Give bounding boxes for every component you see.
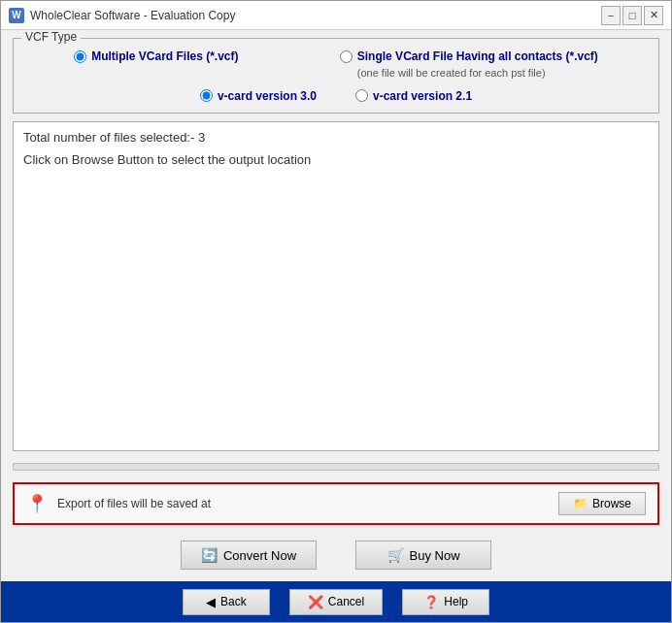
browse-button[interactable]: 📁 Browse — [558, 492, 646, 515]
title-bar: W WholeClear Software - Evaluation Copy … — [1, 1, 671, 30]
cancel-button[interactable]: ❌ Cancel — [289, 589, 383, 615]
option-multiple-vcf[interactable]: Multiple VCard Files (*.vcf) — [74, 49, 238, 65]
convert-button-label: Convert Now — [223, 548, 296, 563]
info-line-2: Click on Browse Button to select the out… — [23, 152, 649, 167]
help-button[interactable]: ❓ Help — [402, 589, 489, 615]
action-row: 🔄 Convert Now 🛒 Buy Now — [13, 541, 659, 570]
option-vcard30[interactable]: v-card version 3.0 — [200, 89, 317, 103]
radio-vcard21[interactable] — [355, 89, 368, 102]
radio-single-vcf[interactable] — [340, 50, 353, 63]
convert-now-button[interactable]: 🔄 Convert Now — [181, 541, 317, 570]
cart-icon: 🛒 — [387, 547, 404, 563]
minimize-button[interactable]: − — [601, 6, 621, 25]
option-vcard21[interactable]: v-card version 2.1 — [355, 89, 472, 103]
buy-button-label: Buy Now — [410, 548, 460, 563]
version-row: v-card version 3.0 v-card version 2.1 — [23, 89, 649, 103]
main-window: W WholeClear Software - Evaluation Copy … — [0, 0, 672, 623]
vcf-type-section: VCF Type Multiple VCard Files (*.vcf) Si… — [13, 38, 659, 114]
main-content: VCF Type Multiple VCard Files (*.vcf) Si… — [1, 30, 671, 581]
browse-label: Export of files will be saved at — [57, 497, 549, 510]
option-single-vcf-label: Single VCard File Having all contacts (*… — [357, 49, 598, 82]
radio-vcard30[interactable] — [200, 89, 213, 102]
back-button[interactable]: ◀ Back — [183, 589, 270, 615]
pin-icon: 📍 — [26, 493, 48, 514]
progress-area — [13, 463, 659, 471]
app-icon: W — [9, 8, 24, 23]
back-label: Back — [220, 595, 247, 608]
back-icon: ◀ — [206, 595, 216, 609]
bottom-nav-bar: ◀ Back ❌ Cancel ❓ Help — [1, 581, 671, 622]
help-label: Help — [444, 595, 468, 608]
close-button[interactable]: ✕ — [644, 6, 663, 25]
info-line-1: Total number of files selected:- 3 — [23, 130, 649, 145]
vcf-options-row: Multiple VCard Files (*.vcf) Single VCar… — [23, 49, 649, 82]
window-title: WholeClear Software - Evaluation Copy — [30, 9, 235, 22]
window-controls: − □ ✕ — [601, 6, 663, 25]
browse-button-label: Browse — [592, 497, 631, 510]
radio-multiple-vcf[interactable] — [74, 50, 86, 63]
browse-section: 📍 Export of files will be saved at 📁 Bro… — [13, 482, 659, 525]
vcf-type-label: VCF Type — [21, 30, 81, 44]
option-single-vcf[interactable]: Single VCard File Having all contacts (*… — [340, 49, 598, 82]
cancel-label: Cancel — [328, 595, 364, 608]
single-vcf-line2: (one file will be created for each pst f… — [357, 67, 546, 79]
help-icon: ❓ — [423, 595, 439, 609]
info-box: Total number of files selected:- 3 Click… — [13, 121, 659, 451]
maximize-button[interactable]: □ — [622, 6, 642, 25]
single-vcf-line1: Single VCard File Having all contacts (*… — [357, 49, 598, 63]
folder-icon: 📁 — [573, 497, 588, 510]
progress-bar-bg — [13, 463, 659, 471]
option-multiple-vcf-label: Multiple VCard Files (*.vcf) — [91, 49, 238, 65]
vcard30-label: v-card version 3.0 — [218, 89, 317, 103]
convert-icon: 🔄 — [201, 547, 218, 563]
buy-now-button[interactable]: 🛒 Buy Now — [355, 541, 491, 570]
cancel-icon: ❌ — [308, 595, 323, 609]
vcard21-label: v-card version 2.1 — [373, 89, 472, 103]
